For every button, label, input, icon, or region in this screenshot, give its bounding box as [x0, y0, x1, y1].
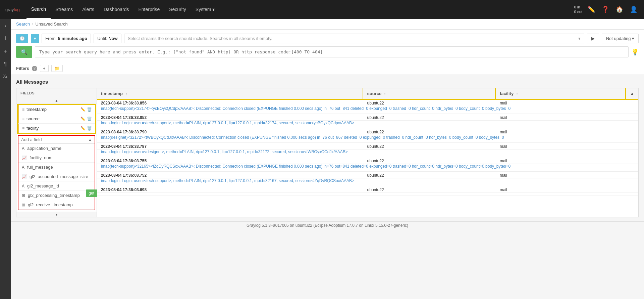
- nav-security[interactable]: Security: [164, 0, 191, 19]
- col-source[interactable]: source ↕: [363, 88, 496, 99]
- logo[interactable]: graylog: [5, 7, 20, 12]
- edit-field-facility[interactable]: ✏️: [80, 126, 86, 131]
- delete-field-timestamp[interactable]: 🗑️: [87, 107, 92, 112]
- time-from-display: From: 5 minutes ago: [42, 34, 91, 43]
- page-wrapper: › i + ¶ X₁ Search › Unsaved Search 🕐 ▾ F…: [0, 19, 644, 299]
- cell-message-6: imap-login: Login: user=<tech-support>, …: [97, 178, 638, 186]
- nav-search[interactable]: Search: [26, 0, 51, 19]
- field-option-gl2-accounted[interactable]: 📈 gl2_accounted_message_size: [18, 172, 95, 181]
- messages-table: timestamp ↕ source ↕ facility ↕: [97, 88, 638, 196]
- table-row: 2023-08-04 17:36:03.698 ubuntu22 mail: [97, 186, 638, 193]
- field-option-full-message[interactable]: A full_message: [18, 163, 95, 172]
- drag-handle-facility[interactable]: ≡: [22, 126, 24, 131]
- filters-help-icon[interactable]: ?: [32, 66, 37, 71]
- fields-scroll-down[interactable]: ▼: [16, 212, 97, 217]
- messages-table-wrapper: timestamp ↕ source ↕ facility ↕: [97, 88, 638, 217]
- cell-source-6: ubuntu22: [363, 172, 496, 178]
- col-timestamp[interactable]: timestamp ↕: [97, 88, 363, 99]
- field-name-facility: facility: [26, 126, 80, 131]
- time-button[interactable]: 🕐: [16, 34, 28, 43]
- breadcrumb-search-link[interactable]: Search: [16, 22, 30, 27]
- sidebar-info-icon[interactable]: i: [3, 34, 7, 43]
- query-input[interactable]: [35, 46, 629, 57]
- sidebar-paragraph-icon[interactable]: ¶: [3, 60, 8, 69]
- edit-field-source[interactable]: ✏️: [80, 117, 86, 121]
- fields-panel: FIELDS ▲ ≡ timestamp ✏️ 🗑️: [16, 88, 97, 217]
- play-icon: ▶: [591, 36, 595, 41]
- fields-scroll-up[interactable]: ▲: [16, 98, 97, 103]
- sidebar-add-icon[interactable]: +: [2, 47, 8, 56]
- field-option-facility-num[interactable]: 📈 facility_num: [18, 153, 95, 163]
- filter-folder-button[interactable]: 📁: [51, 65, 63, 72]
- filter-add-button[interactable]: +: [40, 65, 49, 72]
- get-button[interactable]: get: [86, 189, 97, 197]
- user-icon[interactable]: 👤: [629, 4, 639, 14]
- cell-timestamp-7: 2023-08-04 17:36:03.698: [97, 186, 363, 193]
- cell-timestamp-4: 2023-08-04 17:36:33.787: [97, 143, 363, 150]
- cell-source-4: ubuntu22: [363, 143, 496, 150]
- field-option-gl2-processing[interactable]: ⊞ gl2_processing_timestamp: [18, 191, 95, 200]
- table-row: 2023-08-04 17:36:33.852 ubuntu22 mail: [97, 114, 638, 121]
- cell-timestamp-2: 2023-08-04 17:36:33.852: [97, 114, 363, 121]
- nav-dashboards[interactable]: Dashboards: [99, 0, 134, 19]
- messages-layout: FIELDS ▲ ≡ timestamp ✏️ 🗑️: [16, 88, 639, 217]
- table-row: 2023-08-04 17:36:33.787 ubuntu22 mail: [97, 143, 638, 150]
- table-row-detail: imap(designet)<32172><tWBOyxQCdJx/AAAB>:…: [97, 135, 638, 143]
- field-actions-source: ✏️ 🗑️: [80, 117, 92, 121]
- edit-icon[interactable]: ✏️: [586, 4, 596, 14]
- field-option-application-name[interactable]: A application_name: [18, 144, 95, 153]
- stream-selector[interactable]: Select streams the search should include…: [124, 34, 584, 43]
- field-item-source: ≡ source ✏️ 🗑️: [18, 114, 95, 124]
- run-query-button[interactable]: ▶: [587, 34, 599, 43]
- status-bar-text: Graylog 5.1.3+a017005 on ubuntu22 (Eclip…: [247, 223, 408, 228]
- field-label-facility-num: facility_num: [30, 155, 53, 160]
- cell-source-7: ubuntu22: [363, 186, 496, 193]
- sort-facility-icon[interactable]: ↕: [516, 92, 518, 96]
- breadcrumb-current: Unsaved Search: [36, 22, 68, 27]
- help-icon[interactable]: ❓: [600, 4, 610, 14]
- traffic-out: 0 out: [574, 9, 582, 14]
- edit-field-timestamp[interactable]: ✏️: [80, 107, 86, 112]
- field-label-gl2-receive: gl2_receive_timestamp: [28, 202, 73, 207]
- nav-system[interactable]: System ▾: [191, 0, 220, 19]
- col-facility[interactable]: facility ↕: [496, 88, 626, 99]
- cell-message-5: imap(tech-support)<32165><iZqDyRQCSox/AA…: [97, 164, 638, 172]
- sort-timestamp-icon[interactable]: ↕: [125, 92, 127, 96]
- cell-message-4: imap-login: Login: user=<designet>, meth…: [97, 150, 638, 157]
- field-option-gl2-receive[interactable]: ⊞ gl2_receive_timestamp: [18, 200, 95, 210]
- col-scroll-up[interactable]: ▲: [626, 88, 638, 99]
- table-header: timestamp ↕ source ↕ facility ↕: [97, 88, 638, 99]
- nav-right-section: 0 in 0 out ✏️ ❓ 🏠 👤: [574, 4, 639, 14]
- nav-streams[interactable]: Streams: [51, 0, 77, 19]
- sort-source-icon[interactable]: ↕: [384, 92, 386, 96]
- cell-timestamp-6: 2023-08-04 17:36:03.752: [97, 172, 363, 178]
- field-option-gl2-message-id[interactable]: A gl2_message_id: [18, 181, 95, 191]
- time-dropdown-button[interactable]: ▾: [31, 34, 39, 43]
- table-row-detail: [97, 193, 638, 196]
- cell-facility-1: mail: [496, 99, 626, 106]
- delete-field-facility[interactable]: 🗑️: [87, 126, 92, 131]
- add-field-input[interactable]: [21, 137, 88, 142]
- time-until-display: Until: Now: [94, 34, 121, 43]
- field-label-gl2-message-id: gl2_message_id: [27, 183, 59, 188]
- not-updating-button[interactable]: Not updating ▾: [602, 34, 639, 43]
- field-actions-timestamp: ✏️ 🗑️: [80, 107, 92, 112]
- nav-enterprise[interactable]: Enterprise: [133, 0, 164, 19]
- traffic-counter: 0 in 0 out: [574, 5, 582, 14]
- sidebar-expand-icon[interactable]: ›: [3, 22, 7, 30]
- nav-alerts[interactable]: Alerts: [77, 0, 99, 19]
- delete-field-source[interactable]: 🗑️: [87, 117, 92, 121]
- logo-text: graylog: [5, 7, 20, 12]
- table-row: 2023-08-04 17:36:03.752 ubuntu22 mail: [97, 172, 638, 178]
- query-help-icon[interactable]: 💡: [631, 48, 639, 56]
- field-type-icon-chart: 📈: [22, 156, 27, 160]
- home-icon[interactable]: 🏠: [614, 4, 625, 14]
- field-dropdown: A application_name 📈 facility_num A full…: [18, 144, 95, 210]
- field-label-gl2-accounted: gl2_accounted_message_size: [30, 174, 88, 179]
- drag-handle-source[interactable]: ≡: [22, 117, 24, 121]
- drag-handle-timestamp[interactable]: ≡: [22, 107, 24, 112]
- sidebar-subscript-icon[interactable]: X₁: [2, 73, 9, 80]
- field-item-facility: ≡ facility ✏️ 🗑️: [18, 124, 95, 133]
- search-execute-button[interactable]: 🔍: [16, 46, 32, 58]
- cell-timestamp-5: 2023-08-04 17:36:03.755: [97, 157, 363, 164]
